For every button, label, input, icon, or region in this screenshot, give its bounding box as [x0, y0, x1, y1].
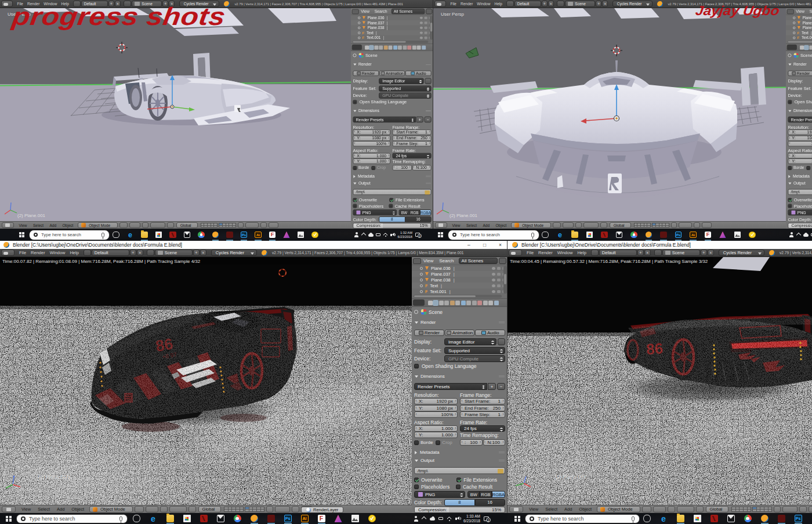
svg-text:(2) Plane.001: (2) Plane.001	[449, 213, 478, 218]
svg-text:User Persp: User Persp	[441, 12, 465, 17]
svg-text:(2) Plane.001: (2) Plane.001	[17, 213, 46, 218]
svg-text:(2) Plane.001: (2) Plane.001	[38, 474, 70, 480]
svg-text:(2) Plane.001: (2) Plane.001	[555, 474, 586, 480]
svg-text:Time:00.07.82 | Remaining:01:0: Time:00.07.82 | Remaining:01:08.09 | Mem…	[2, 259, 201, 264]
svg-text:Time:00:04.45 | Remaining:00.5: Time:00:04.45 | Remaining:00.57.32 | Mem…	[510, 259, 708, 264]
